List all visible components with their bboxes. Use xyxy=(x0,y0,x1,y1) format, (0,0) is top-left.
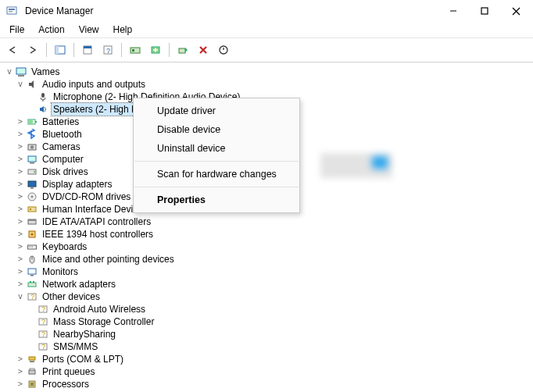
help-button[interactable]: ? xyxy=(98,41,117,59)
svg-rect-27 xyxy=(30,162,34,164)
tree-category[interactable]: >Monitors xyxy=(5,265,533,278)
tree-category[interactable]: >Print queues xyxy=(5,365,533,378)
tree-device-unknown[interactable]: ?Mass Storage Controller xyxy=(5,315,533,328)
menu-view[interactable]: View xyxy=(73,23,106,37)
network-icon xyxy=(26,278,38,290)
window-title: Device Manager xyxy=(25,5,93,16)
maximize-button[interactable] xyxy=(469,0,500,22)
expand-icon[interactable]: > xyxy=(16,216,25,228)
svg-rect-48 xyxy=(28,283,36,287)
tree-label: Audio inputs and outputs xyxy=(41,78,147,91)
svg-rect-23 xyxy=(29,120,33,123)
uninstall-button[interactable] xyxy=(194,41,213,59)
svg-rect-13 xyxy=(131,48,140,53)
toolbar-separator xyxy=(46,43,47,57)
svg-rect-66 xyxy=(30,383,34,386)
add-legacy-button[interactable] xyxy=(146,41,165,59)
tree-category[interactable]: >Processors xyxy=(5,378,533,390)
keyboard-icon xyxy=(26,241,38,253)
tree-device-unknown[interactable]: ?Android Auto Wireless xyxy=(5,303,533,315)
menu-file[interactable]: File xyxy=(3,23,30,37)
tree-root[interactable]: v Vames xyxy=(5,66,533,78)
minimize-button[interactable] xyxy=(438,0,469,22)
tree-device-unknown[interactable]: ?SMS/MMS xyxy=(5,340,533,353)
expand-icon[interactable]: > xyxy=(16,353,25,365)
tree-label: Mice and other pointing devices xyxy=(41,253,176,265)
svg-rect-43 xyxy=(32,247,33,248)
tree-label: DVD/CD-ROM drives xyxy=(41,191,132,203)
tree-label: Ports (COM & LPT) xyxy=(41,353,125,365)
svg-rect-41 xyxy=(29,247,30,248)
properties-button[interactable] xyxy=(78,41,97,59)
svg-point-39 xyxy=(31,233,34,236)
close-button[interactable] xyxy=(500,0,531,22)
svg-rect-34 xyxy=(28,207,36,212)
unknown-device-icon: ? xyxy=(37,315,49,328)
expand-icon[interactable]: > xyxy=(16,265,25,278)
forward-button[interactable] xyxy=(23,41,42,59)
expand-icon[interactable]: > xyxy=(16,141,25,153)
tree-category[interactable]: >Mice and other pointing devices xyxy=(5,253,533,265)
context-menu-uninstall-device[interactable]: Uninstall device xyxy=(134,139,299,158)
back-button[interactable] xyxy=(3,41,22,59)
expand-icon[interactable]: > xyxy=(16,228,25,241)
mouse-icon xyxy=(26,253,38,265)
scan-hardware-button[interactable] xyxy=(126,41,145,59)
expand-icon[interactable]: v xyxy=(5,66,14,78)
svg-point-25 xyxy=(30,145,34,148)
svg-rect-49 xyxy=(30,281,31,283)
microphone-icon xyxy=(37,91,49,103)
update-driver-button[interactable] xyxy=(173,41,192,59)
tree-device-unknown[interactable]: ?NearbySharing xyxy=(5,328,533,340)
tree-category[interactable]: >IDE ATA/ATAPI controllers xyxy=(5,216,533,228)
context-menu-properties[interactable]: Properties xyxy=(134,191,299,209)
disable-button[interactable] xyxy=(214,41,233,59)
svg-rect-31 xyxy=(30,187,34,189)
menu-help[interactable]: Help xyxy=(107,23,139,37)
context-menu-update-driver[interactable]: Update driver xyxy=(134,102,299,120)
expand-icon[interactable]: v xyxy=(16,290,25,303)
svg-rect-61 xyxy=(29,357,35,360)
bluetooth-icon xyxy=(26,128,38,141)
expand-icon[interactable]: v xyxy=(16,78,25,91)
tree-category-audio[interactable]: v Audio inputs and outputs xyxy=(5,78,533,91)
expand-icon[interactable]: > xyxy=(16,365,25,378)
context-menu-separator xyxy=(134,187,299,187)
expand-icon[interactable]: > xyxy=(16,128,25,141)
redacted-region xyxy=(320,153,392,178)
expand-icon[interactable]: > xyxy=(16,178,25,191)
ide-icon xyxy=(26,216,38,228)
show-hide-tree-button[interactable] xyxy=(51,41,70,59)
tree-category-other[interactable]: v ? Other devices xyxy=(5,290,533,303)
tree-label: Cameras xyxy=(41,141,82,153)
expand-icon[interactable]: > xyxy=(16,116,25,128)
expand-icon[interactable]: > xyxy=(16,278,25,290)
expand-icon[interactable]: > xyxy=(16,378,25,390)
tree-label: Speakers (2- High De xyxy=(52,103,145,116)
menu-action[interactable]: Action xyxy=(32,23,70,37)
tree-category[interactable]: >Network adapters xyxy=(5,278,533,290)
svg-rect-63 xyxy=(29,370,35,374)
context-menu-scan-hardware[interactable]: Scan for hardware changes xyxy=(134,165,299,184)
expand-icon[interactable]: > xyxy=(16,153,25,166)
context-menu-disable-device[interactable]: Disable device xyxy=(134,120,299,139)
tree-category[interactable]: >Keyboards xyxy=(5,241,533,253)
tree-category[interactable]: >IEEE 1394 host controllers xyxy=(5,228,533,241)
app-icon xyxy=(5,5,18,17)
expand-icon[interactable]: > xyxy=(16,203,25,216)
tree-category[interactable]: >Ports (COM & LPT) xyxy=(5,353,533,365)
expand-icon[interactable]: > xyxy=(16,241,25,253)
tree-label: Network adapters xyxy=(41,278,117,290)
titlebar: Device Manager xyxy=(0,0,533,22)
expand-icon[interactable]: > xyxy=(16,191,25,203)
expand-icon[interactable]: > xyxy=(16,253,25,265)
monitor-icon xyxy=(26,265,38,278)
device-tree[interactable]: v Vames v Audio inputs and outputs Micro… xyxy=(0,62,533,392)
svg-rect-8 xyxy=(55,46,59,54)
svg-rect-1 xyxy=(9,9,15,10)
svg-point-29 xyxy=(34,171,35,173)
tree-label: Bluetooth xyxy=(41,128,84,141)
expand-icon[interactable]: > xyxy=(16,166,25,178)
tree-label: Batteries xyxy=(41,116,80,128)
other-icon: ? xyxy=(26,290,38,303)
